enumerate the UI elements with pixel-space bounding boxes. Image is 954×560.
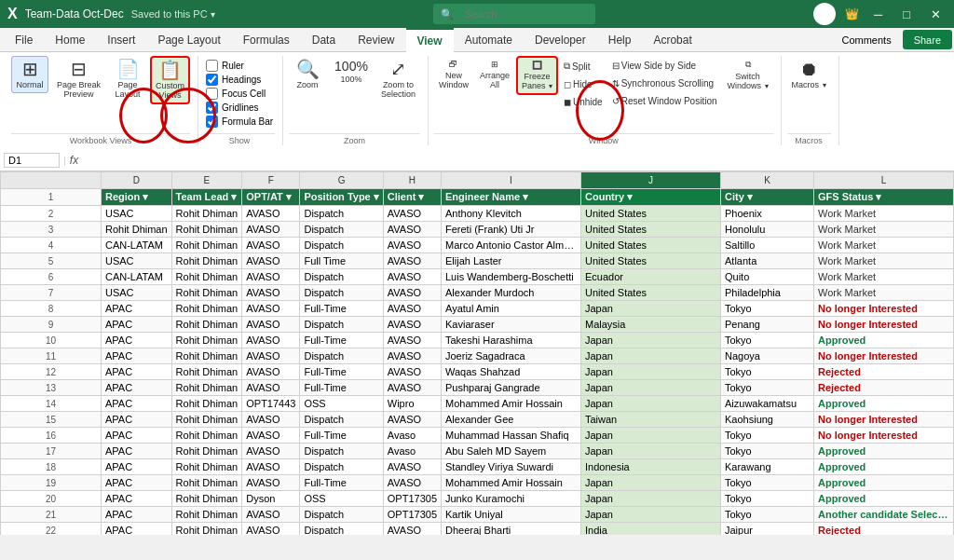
table-cell[interactable]: Tokyo (721, 333, 814, 348)
table-cell[interactable]: Wipro (383, 396, 441, 412)
table-cell[interactable]: Rohit Dhiman (101, 222, 171, 238)
table-cell[interactable]: No longer Interested (814, 301, 954, 317)
table-cell[interactable]: Kartik Uniyal (442, 507, 581, 523)
table-cell[interactable]: APAC (101, 364, 171, 380)
table-cell[interactable]: APAC (101, 428, 171, 444)
table-cell[interactable]: Anthony Klevitch (442, 206, 581, 222)
headings-checkbox[interactable]: Headings (206, 74, 273, 86)
page-break-button[interactable]: ⊟ Page BreakPreview (52, 56, 105, 102)
table-cell[interactable]: AVASO (242, 364, 300, 380)
table-cell[interactable]: Rohit Dhiman (171, 364, 242, 380)
table-cell[interactable]: Rejected (814, 364, 954, 380)
table-cell[interactable]: APAC (101, 412, 171, 428)
switch-windows-button[interactable]: ⧉ SwitchWindows ▾ (723, 56, 773, 94)
ruler-checkbox[interactable]: Ruler (206, 60, 273, 72)
view-side-by-side-button[interactable]: ⊟ View Side by Side (608, 58, 721, 74)
table-cell[interactable]: Nagoya (721, 348, 814, 364)
freeze-panes-button[interactable]: 🔲 FreezePanes ▾ (516, 56, 558, 95)
table-cell[interactable]: Dispatch (300, 222, 383, 238)
table-cell[interactable]: AVASO (383, 206, 441, 222)
table-cell[interactable]: Kaviaraser (442, 317, 581, 333)
table-cell[interactable]: Rohit Dhiman (171, 491, 242, 507)
table-cell[interactable]: Junko Kuramochi (442, 491, 581, 507)
table-cell[interactable]: Tokyo (721, 444, 814, 459)
table-cell[interactable]: CAN-LATAM (101, 269, 171, 285)
table-cell[interactable]: AVASO (383, 317, 441, 333)
table-cell[interactable]: Rohit Dhiman (171, 523, 242, 536)
table-cell[interactable]: Marco Antonio Castor Almaras (442, 238, 581, 253)
table-cell[interactable]: Full-Time (300, 364, 383, 380)
table-cell[interactable]: Joeriz Sagadraca (442, 348, 581, 364)
table-row[interactable]: 17APACRohit DhimanAVASODispatchAvasoAbu … (1, 444, 954, 459)
table-cell[interactable]: AVASO (242, 222, 300, 238)
table-cell[interactable]: Muhammad Hassan Shafiq (442, 428, 581, 444)
table-cell[interactable]: Work Market (814, 206, 954, 222)
table-cell[interactable]: Luis Wandemberg-Boschetti (442, 269, 581, 285)
table-cell[interactable]: AVASO (383, 475, 441, 491)
table-cell[interactable]: AVASO (242, 523, 300, 536)
table-cell[interactable]: Dispatch (300, 206, 383, 222)
table-cell[interactable]: Pushparaj Gangrade (442, 380, 581, 396)
tab-data[interactable]: Data (301, 28, 347, 51)
table-cell[interactable]: Approved (814, 475, 954, 491)
name-box[interactable] (4, 153, 60, 168)
table-cell[interactable]: No longer Interested (814, 428, 954, 444)
sync-scroll-button[interactable]: ⇅ Synchronous Scrolling (608, 75, 721, 91)
table-cell[interactable]: APAC (101, 380, 171, 396)
table-cell[interactable]: Rejected (814, 380, 954, 396)
table-cell[interactable]: Atlanta (721, 253, 814, 269)
table-cell[interactable]: Ayatul Amin (442, 301, 581, 317)
table-cell[interactable]: Japan (581, 491, 721, 507)
table-cell[interactable]: AVASO (383, 523, 441, 536)
table-cell[interactable]: No longer Interested (814, 348, 954, 364)
table-cell[interactable]: Approved (814, 444, 954, 459)
table-cell[interactable]: AVASO (383, 348, 441, 364)
table-cell[interactable]: Tokyo (721, 507, 814, 523)
table-cell[interactable]: Dispatch (300, 269, 383, 285)
tab-view[interactable]: View (406, 28, 454, 52)
table-cell[interactable]: Japan (581, 475, 721, 491)
table-cell[interactable]: AVASO (242, 475, 300, 491)
restore-button[interactable]: □ (897, 6, 916, 23)
table-cell[interactable]: Rohit Dhiman (171, 269, 242, 285)
table-row[interactable]: 10APACRohit DhimanAVASOFull-TimeAVASOTak… (1, 333, 954, 348)
table-row[interactable]: 20APACRohit DhimanDysonOSSOPT17305Junko … (1, 491, 954, 507)
table-cell[interactable]: Japan (581, 380, 721, 396)
table-cell[interactable]: No longer Interested (814, 317, 954, 333)
table-cell[interactable]: Rohit Dhiman (171, 222, 242, 238)
table-cell[interactable]: Rohit Dhiman (171, 380, 242, 396)
table-cell[interactable]: Tokyo (721, 380, 814, 396)
tab-file[interactable]: File (4, 28, 44, 51)
table-cell[interactable]: United States (581, 206, 721, 222)
tab-acrobat[interactable]: Acrobat (642, 28, 702, 51)
table-cell[interactable]: Takeshi Harashima (442, 333, 581, 348)
table-cell[interactable]: OSS (300, 491, 383, 507)
table-cell[interactable]: AVASO (383, 412, 441, 428)
table-cell[interactable]: Tokyo (721, 364, 814, 380)
table-cell[interactable]: No longer Interested (814, 412, 954, 428)
table-cell[interactable]: APAC (101, 459, 171, 475)
table-cell[interactable]: AVASO (242, 380, 300, 396)
table-cell[interactable]: Rohit Dhiman (171, 317, 242, 333)
table-cell[interactable]: USAC (101, 285, 171, 301)
unhide-button[interactable]: ◼ Unhide (560, 94, 606, 110)
table-cell[interactable]: Rohit Dhiman (171, 301, 242, 317)
table-cell[interactable]: Dispatch (300, 507, 383, 523)
table-cell[interactable]: Alexander Gee (442, 412, 581, 428)
custom-views-button[interactable]: 📋 CustomViews (150, 56, 190, 104)
table-cell[interactable]: Dispatch (300, 444, 383, 459)
table-cell[interactable]: AVASO (383, 364, 441, 380)
table-cell[interactable]: Japan (581, 428, 721, 444)
table-cell[interactable]: AVASO (383, 380, 441, 396)
search-input[interactable] (457, 6, 588, 22)
table-cell[interactable]: APAC (101, 475, 171, 491)
table-cell[interactable]: Rohit Dhiman (171, 333, 242, 348)
zoom-selection-button[interactable]: ⤢ Zoom toSelection (376, 56, 420, 102)
formula-input[interactable] (82, 154, 950, 167)
tab-insert[interactable]: Insert (96, 28, 146, 51)
table-cell[interactable]: Indonesia (581, 459, 721, 475)
table-row[interactable]: 14APACRohit DhimanOPT17443OSSWiproMohamm… (1, 396, 954, 412)
table-cell[interactable]: Japan (581, 396, 721, 412)
table-cell[interactable]: Honolulu (721, 222, 814, 238)
table-cell[interactable]: Quito (721, 269, 814, 285)
